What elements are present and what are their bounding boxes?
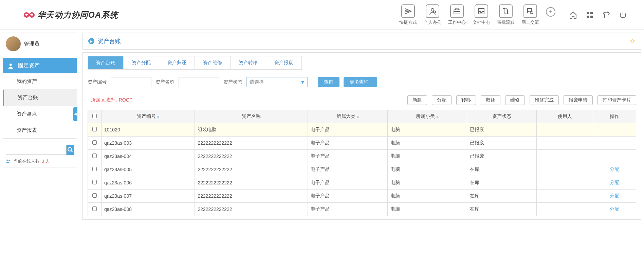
cell-name: 2222222222222 xyxy=(195,176,308,190)
action-buttons: 新建分配转移归还维修维修完成报废申请打印资产卡片 xyxy=(407,95,636,105)
action-btn-7[interactable]: 打印资产卡片 xyxy=(597,95,636,105)
row-check[interactable] xyxy=(92,193,97,198)
search-button[interactable] xyxy=(67,145,74,155)
sort-icon[interactable]: ≡ xyxy=(357,114,359,119)
filter-name-input[interactable] xyxy=(179,77,219,87)
cell-status: 在库 xyxy=(467,203,537,216)
tab-3[interactable]: 资产维修 xyxy=(195,56,231,69)
row-check[interactable] xyxy=(92,167,97,171)
tab-2[interactable]: 资产归还 xyxy=(159,56,195,69)
action-btn-2[interactable]: 转移 xyxy=(456,95,476,105)
row-check[interactable] xyxy=(92,127,97,131)
row-check[interactable] xyxy=(92,154,97,158)
op-link[interactable]: 分配 xyxy=(596,180,633,186)
cell-code: 101020 xyxy=(102,123,195,137)
row-check[interactable] xyxy=(92,180,97,184)
search-input[interactable] xyxy=(6,145,67,155)
action-btn-1[interactable]: 分配 xyxy=(432,95,452,105)
cell-cat2: 电脑 xyxy=(387,190,467,203)
op-link[interactable]: 分配 xyxy=(596,166,633,173)
op-link[interactable]: 分配 xyxy=(596,206,633,212)
nav-chat[interactable]: 网上交流 xyxy=(521,4,539,25)
add-button[interactable]: + xyxy=(546,7,555,17)
sidebar-item-2[interactable]: 资产盘点◀ xyxy=(3,106,77,122)
collapse-handle[interactable]: ◀ xyxy=(73,107,77,121)
action-btn-5[interactable]: 维修完成 xyxy=(530,95,559,105)
sidebar-item-3[interactable]: 资产报表 xyxy=(3,122,77,139)
cell-cat2: 电脑 xyxy=(387,203,467,216)
side-nav-header[interactable]: 固定资产 xyxy=(3,58,77,73)
op-link[interactable]: 分配 xyxy=(596,193,633,199)
table-row[interactable]: qaz23as-0032222222222222电子产品电脑已报废 xyxy=(88,137,636,150)
more-query-button[interactable]: 更多查询↓ xyxy=(344,77,377,87)
sidebar-item-1[interactable]: 资产台账 xyxy=(3,90,77,106)
th-2[interactable]: 所属大类≡ xyxy=(308,110,387,123)
action-btn-4[interactable]: 维修 xyxy=(505,95,525,105)
th-5[interactable]: 使用人 xyxy=(537,110,593,123)
star-icon[interactable]: ☆ xyxy=(629,37,636,45)
content-body: 资产台账资产分配资产归还资产维修资产转移资产报废 资产编号 资产名称 资产状态 … xyxy=(82,52,641,220)
action-btn-0[interactable]: 新建 xyxy=(407,95,427,105)
row-check[interactable] xyxy=(92,206,97,211)
tab-4[interactable]: 资产转移 xyxy=(231,56,266,69)
page-header: ▶ 资产台账 ☆ xyxy=(82,33,641,50)
search-box xyxy=(6,145,74,155)
cell-op xyxy=(593,123,636,137)
search-icon xyxy=(67,147,73,153)
filter-code-label: 资产编号 xyxy=(88,79,107,85)
power-icon[interactable] xyxy=(619,11,627,19)
nav-person[interactable]: 个人办公 xyxy=(424,4,441,25)
tab-5[interactable]: 资产报废 xyxy=(266,56,301,69)
cell-code: qaz23as-007 xyxy=(102,190,195,203)
cell-name: 2222222222222 xyxy=(195,190,308,203)
action-btn-3[interactable]: 归还 xyxy=(481,95,500,105)
svg-rect-4 xyxy=(590,12,593,14)
nav-send[interactable]: 快捷方式 xyxy=(399,4,417,25)
user-name: 管理员 xyxy=(24,41,39,47)
th-1[interactable]: 资产名称 xyxy=(195,110,308,123)
home-icon[interactable] xyxy=(569,11,577,19)
person-icon xyxy=(426,4,439,18)
page-header-icon: ▶ xyxy=(88,38,94,44)
table-row[interactable]: 101020组装电脑电子产品电脑已报废 xyxy=(88,123,636,137)
row-check[interactable] xyxy=(92,140,97,145)
cell-op xyxy=(593,137,636,150)
check-all[interactable] xyxy=(92,114,97,118)
svg-point-0 xyxy=(431,8,434,11)
svg-point-8 xyxy=(68,147,72,151)
cell-code: qaz23as-003 xyxy=(102,137,195,150)
shirt-icon[interactable] xyxy=(602,11,610,19)
sort-icon[interactable]: ≡ xyxy=(157,114,159,119)
filter-status-select[interactable]: 请选择 ▼ xyxy=(246,77,308,87)
th-3[interactable]: 所属小类≡ xyxy=(387,110,467,123)
svg-rect-6 xyxy=(590,16,593,18)
nav-flow[interactable]: 审批流转 xyxy=(497,4,515,25)
user-box: 管理员 xyxy=(3,33,77,55)
table-row[interactable]: qaz23as-0052222222222222电子产品电脑在库分配 xyxy=(88,163,636,176)
tab-1[interactable]: 资产分配 xyxy=(124,56,159,69)
action-btn-6[interactable]: 报废申请 xyxy=(564,95,593,105)
nav-briefcase[interactable]: 工作中心 xyxy=(448,4,466,25)
svg-point-7 xyxy=(10,64,12,66)
filter-code-input[interactable] xyxy=(111,77,151,87)
data-table: 资产编号≡资产名称所属大类≡所属小类≡资产状态使用人操作 101020组装电脑电… xyxy=(88,110,636,216)
nav-icons: 快捷方式个人办公工作中心文档中心审批流转网上交流+ xyxy=(399,4,555,25)
table-row[interactable]: qaz23as-0082222222222222电子产品电脑在库分配 xyxy=(88,203,636,216)
th-6[interactable]: 操作 xyxy=(593,110,636,123)
cell-code: qaz23as-006 xyxy=(102,176,195,190)
avatar[interactable] xyxy=(6,36,21,51)
sidebar-item-0[interactable]: 我的资产 xyxy=(3,73,77,90)
cell-op: 分配 xyxy=(593,203,636,216)
users-icon xyxy=(6,159,11,164)
table-row[interactable]: qaz23as-0062222222222222电子产品电脑在库分配 xyxy=(88,176,636,190)
th-4[interactable]: 资产状态 xyxy=(467,110,537,123)
table-row[interactable]: qaz23as-0072222222222222电子产品电脑在库分配 xyxy=(88,190,636,203)
query-button[interactable]: 查询 xyxy=(318,77,339,87)
briefcase-icon xyxy=(450,4,464,18)
th-0[interactable]: 资产编号≡ xyxy=(102,110,195,123)
table-row[interactable]: qaz23as-0042222222222222电子产品电脑已报废 xyxy=(88,150,636,163)
sort-icon[interactable]: ≡ xyxy=(436,114,438,119)
nav-inbox[interactable]: 文档中心 xyxy=(473,4,490,25)
apps-icon[interactable] xyxy=(586,11,594,19)
tab-0[interactable]: 资产台账 xyxy=(88,56,124,69)
